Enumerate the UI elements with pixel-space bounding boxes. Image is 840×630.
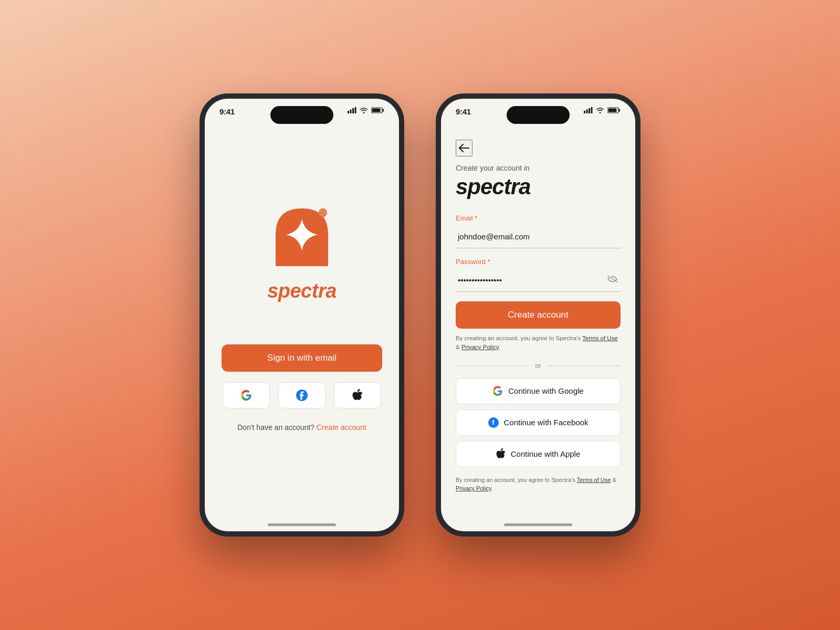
no-account-text: Don't have an account? Create account [237, 423, 366, 432]
password-label: Password * [456, 258, 621, 266]
phone-2-screen: 9:41 [441, 99, 635, 531]
svg-rect-0 [348, 111, 349, 113]
signin-email-button[interactable]: Sign in with email [222, 344, 382, 372]
terms-link[interactable]: Terms of Use [582, 335, 618, 341]
status-icons-1 [348, 107, 384, 113]
google-icon-full [492, 386, 503, 396]
phone-2-content: Create your account in spectra Email * P… [441, 129, 635, 531]
status-icons-2 [584, 107, 621, 113]
signal-icon-2 [584, 107, 593, 113]
facebook-button-1[interactable] [278, 382, 326, 408]
svg-rect-2 [352, 108, 354, 113]
svg-rect-3 [355, 107, 356, 113]
privacy-bottom-link[interactable]: Privacy Policy [456, 485, 491, 491]
wifi-icon-1 [360, 107, 368, 113]
wifi-icon-2 [596, 107, 604, 113]
terms-bottom-link[interactable]: Terms of Use [577, 477, 611, 483]
or-divider: or [456, 362, 621, 370]
phone-1-screen: 9:41 [205, 99, 399, 531]
email-input[interactable] [456, 225, 621, 248]
create-subtitle: Create your account in [456, 164, 621, 172]
google-icon-small [240, 390, 252, 401]
svg-rect-13 [591, 107, 593, 113]
google-continue-button[interactable]: Continue with Google [456, 378, 621, 404]
phone-2: 9:41 [436, 93, 640, 537]
brand-name-1: spectra [267, 280, 337, 302]
eye-slash-icon [607, 275, 618, 284]
create-title: spectra [456, 174, 621, 200]
svg-point-8 [319, 208, 327, 217]
divider-line-left [456, 365, 529, 366]
apple-button-1[interactable] [334, 382, 381, 408]
facebook-icon-small [296, 389, 308, 402]
create-account-link[interactable]: Create account [317, 423, 366, 432]
email-label: Email * [456, 214, 621, 222]
svg-rect-10 [584, 111, 585, 113]
password-input[interactable] [456, 269, 621, 292]
password-wrapper [456, 269, 621, 292]
privacy-link[interactable]: Privacy Policy [461, 344, 499, 350]
svg-rect-12 [589, 108, 590, 113]
back-button[interactable] [456, 140, 472, 156]
eye-icon[interactable] [607, 275, 618, 286]
dynamic-island-2 [507, 106, 570, 124]
status-time-2: 9:41 [456, 107, 471, 116]
battery-icon-2 [607, 107, 621, 113]
back-arrow-icon [459, 144, 469, 152]
signal-icon-1 [348, 107, 356, 113]
or-text: or [535, 362, 541, 370]
google-button-1[interactable] [223, 382, 270, 408]
phone-1-content: spectra Sign in with email [205, 129, 399, 531]
apple-icon-small [352, 389, 363, 402]
svg-rect-5 [383, 109, 384, 112]
home-indicator-1 [268, 523, 336, 526]
apple-btn-label: Continue with Apple [511, 449, 581, 458]
spectra-logo [265, 198, 339, 271]
dynamic-island-1 [270, 106, 333, 124]
social-buttons-row [222, 382, 382, 408]
status-time-1: 9:41 [219, 107, 235, 116]
home-indicator-2 [504, 523, 572, 526]
terms-bottom: By creating an account, you agree to Spe… [456, 476, 621, 493]
facebook-btn-label: Continue with Facebook [504, 418, 589, 427]
svg-rect-11 [586, 110, 588, 114]
logo-container: spectra [265, 198, 339, 302]
phone-1: 9:41 [200, 93, 404, 537]
google-btn-label: Continue with Google [508, 386, 583, 395]
svg-rect-6 [372, 109, 381, 112]
divider-line-right [548, 365, 621, 366]
svg-rect-1 [350, 110, 352, 114]
facebook-continue-button[interactable]: f Continue with Facebook [456, 410, 621, 436]
terms-text: By creating an account, you agree to Spe… [456, 334, 621, 352]
apple-continue-button[interactable]: Continue with Apple [456, 441, 621, 467]
svg-rect-16 [608, 109, 617, 112]
create-account-button[interactable]: Create account [456, 301, 621, 329]
facebook-icon-full: f [488, 417, 499, 428]
apple-icon-full [496, 448, 506, 460]
battery-icon-1 [371, 107, 384, 113]
svg-rect-15 [619, 109, 621, 112]
